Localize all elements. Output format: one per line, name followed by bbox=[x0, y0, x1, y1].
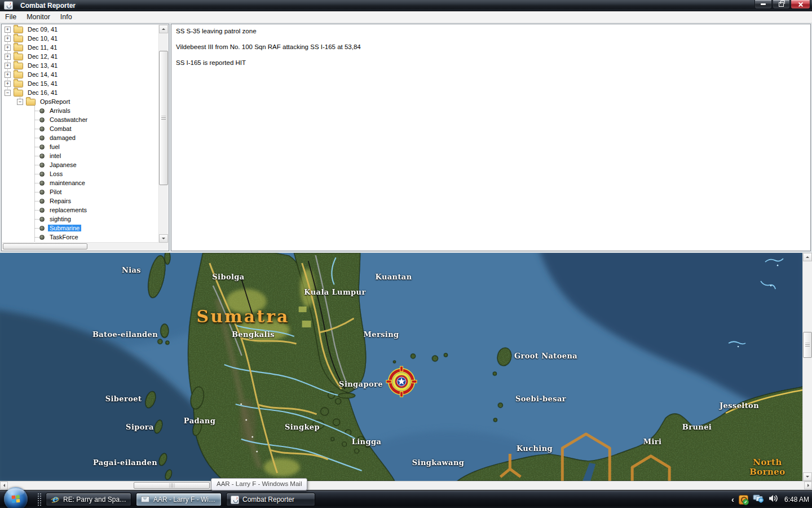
scrollbar-corner bbox=[159, 243, 168, 250]
tree-item[interactable]: OpsReport bbox=[2, 97, 159, 106]
tree-item[interactable]: Dec 15, 41 bbox=[2, 79, 159, 88]
tray-clock[interactable]: 6:48 AM bbox=[784, 496, 809, 503]
tree-item[interactable]: Coastwatcher bbox=[2, 115, 159, 124]
leaf-bullet-icon bbox=[39, 190, 45, 195]
scroll-down-arrow[interactable] bbox=[803, 472, 812, 481]
tree-item-label[interactable]: Dec 13, 41 bbox=[26, 62, 59, 69]
tree-item-label[interactable]: damaged bbox=[48, 134, 77, 141]
scrollbar-thumb[interactable] bbox=[134, 482, 210, 489]
tree-item[interactable]: Pilot bbox=[2, 187, 159, 196]
map-horizontal-scrollbar[interactable] bbox=[0, 481, 812, 489]
menu-item[interactable]: File bbox=[0, 11, 21, 23]
target-marker[interactable] bbox=[386, 366, 417, 397]
volume-tray-icon[interactable] bbox=[769, 494, 779, 505]
scrollbar-grip bbox=[169, 483, 174, 488]
tree-item-label[interactable]: Dec 14, 41 bbox=[26, 71, 59, 78]
tree-item-label[interactable]: replacements bbox=[48, 207, 89, 213]
tree-expander-icon[interactable] bbox=[5, 72, 11, 78]
taskbar-button[interactable]: Combat Reporter bbox=[226, 493, 315, 506]
tree-item[interactable]: maintenance bbox=[2, 178, 159, 187]
map-label: Jesselton bbox=[720, 402, 759, 410]
taskbar-button[interactable]: RE: Parry and Spar, ... bbox=[46, 493, 131, 506]
tree-expander-icon[interactable] bbox=[5, 54, 11, 60]
scrollbar-thumb[interactable] bbox=[803, 332, 812, 358]
minimize-button[interactable] bbox=[754, 0, 772, 9]
tree-item[interactable]: Combat bbox=[2, 124, 159, 133]
tray-expand-chevron-icon[interactable]: ‹ bbox=[731, 494, 734, 504]
scroll-up-arrow[interactable] bbox=[159, 25, 168, 33]
tree-item-label[interactable]: sighting bbox=[48, 216, 73, 222]
tree-horizontal-scrollbar[interactable] bbox=[2, 242, 159, 250]
map-label: Kuantan bbox=[375, 273, 412, 282]
tree-expander-icon[interactable] bbox=[17, 99, 23, 105]
map-canvas[interactable]: NiasSibolgaKuantanKuala LumpurSumatraBat… bbox=[0, 253, 803, 481]
folder-icon bbox=[14, 36, 23, 42]
tree-item[interactable]: Loss bbox=[2, 169, 159, 178]
close-icon bbox=[798, 2, 804, 7]
menu-item[interactable]: Info bbox=[55, 11, 77, 23]
tree-item[interactable]: damaged bbox=[2, 133, 159, 142]
tree-item[interactable]: Dec 16, 41 bbox=[2, 88, 159, 97]
tree-item[interactable]: Repairs bbox=[2, 196, 159, 205]
scroll-up-arrow[interactable] bbox=[803, 253, 812, 261]
tree-item[interactable]: fuel bbox=[2, 142, 159, 151]
folder-icon bbox=[14, 90, 23, 97]
tree-item-label[interactable]: Japanese bbox=[48, 161, 78, 168]
report-line: SS I-165 is reported HIT bbox=[176, 59, 806, 66]
tree-expander-icon[interactable] bbox=[5, 63, 11, 69]
scroll-right-arrow[interactable] bbox=[804, 481, 812, 489]
tree-item[interactable]: Dec 14, 41 bbox=[2, 70, 159, 79]
tree-item[interactable]: Dec 11, 41 bbox=[2, 43, 159, 52]
scrollbar-thumb[interactable] bbox=[159, 51, 168, 185]
tree-item-label[interactable]: Dec 11, 41 bbox=[26, 44, 59, 51]
tree-item-label[interactable]: Pilot bbox=[48, 189, 63, 195]
map-vertical-scrollbar[interactable] bbox=[802, 253, 812, 481]
tree-item[interactable]: Dec 10, 41 bbox=[2, 34, 159, 43]
tree-vertical-scrollbar[interactable] bbox=[158, 25, 168, 243]
tree-expander-icon[interactable] bbox=[5, 90, 11, 96]
tree-item[interactable]: sighting bbox=[2, 214, 159, 224]
tree-item-label[interactable]: Dec 12, 41 bbox=[26, 53, 59, 60]
tree-item[interactable]: Submarine bbox=[2, 224, 159, 233]
tree-item[interactable]: TaskForce bbox=[2, 233, 159, 242]
tree-item[interactable]: Arrivals bbox=[2, 106, 159, 115]
tree-item-label[interactable]: Submarine bbox=[48, 225, 81, 231]
quick-launch-grip[interactable] bbox=[37, 493, 42, 507]
start-button[interactable] bbox=[4, 487, 28, 508]
tree-item[interactable]: Dec 12, 41 bbox=[2, 52, 159, 61]
tree-expander-icon[interactable] bbox=[5, 45, 11, 51]
tree-item-label[interactable]: Combat bbox=[48, 125, 73, 132]
tree-item-label[interactable]: Dec 16, 41 bbox=[26, 89, 59, 96]
tree-expander-icon[interactable] bbox=[5, 36, 11, 42]
tree-expander-icon[interactable] bbox=[5, 27, 11, 33]
update-tray-icon[interactable] bbox=[739, 495, 748, 505]
tree-item[interactable]: replacements bbox=[2, 205, 159, 214]
scroll-down-arrow[interactable] bbox=[159, 234, 168, 243]
tree-item-label[interactable]: Dec 15, 41 bbox=[26, 80, 59, 87]
tree-item[interactable]: Japanese bbox=[2, 160, 159, 169]
tree-item-label[interactable]: maintenance bbox=[48, 179, 87, 186]
tree-item-label[interactable]: Loss bbox=[48, 170, 64, 177]
report-tree[interactable]: Dec 09, 41 Dec 10, 41 Dec 11, 41 Dec 12,… bbox=[2, 25, 159, 243]
tree-item-label[interactable]: Coastwatcher bbox=[48, 116, 89, 123]
tree-item[interactable]: Dec 09, 41 bbox=[2, 25, 159, 34]
tree-item-label[interactable]: Dec 09, 41 bbox=[26, 26, 59, 33]
scroll-left-arrow[interactable] bbox=[0, 481, 8, 489]
close-button[interactable] bbox=[791, 0, 810, 9]
tree-expander-icon[interactable] bbox=[5, 81, 11, 87]
tree-item-label[interactable]: TaskForce bbox=[48, 234, 80, 240]
tree-item-label[interactable]: fuel bbox=[48, 143, 61, 150]
menu-item[interactable]: Monitor bbox=[21, 11, 55, 23]
tree-item[interactable]: Dec 13, 41 bbox=[2, 61, 159, 70]
report-text-panel[interactable]: SS S-35 leaving patrol zoneVildebeest II… bbox=[171, 24, 811, 251]
scrollbar-thumb[interactable] bbox=[3, 243, 87, 249]
tree-item-label[interactable]: Dec 10, 41 bbox=[26, 35, 59, 42]
network-tray-icon[interactable] bbox=[753, 494, 764, 505]
tree-item-label[interactable]: Repairs bbox=[48, 198, 73, 204]
tree-item[interactable]: intel bbox=[2, 151, 159, 160]
tree-item-label[interactable]: OpsReport bbox=[38, 98, 72, 105]
restore-button[interactable] bbox=[773, 0, 790, 9]
tree-item-label[interactable]: intel bbox=[48, 152, 63, 159]
tree-item-label[interactable]: Arrivals bbox=[48, 107, 72, 114]
taskbar-button[interactable]: AAR - Larry F - Win... bbox=[136, 493, 222, 506]
